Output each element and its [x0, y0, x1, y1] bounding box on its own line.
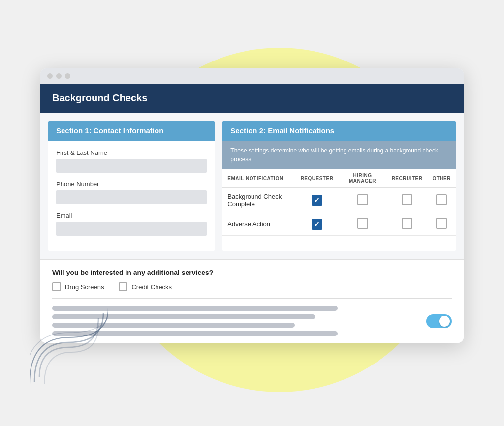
browser-dot-1	[47, 73, 53, 79]
row1-recruiter	[387, 188, 428, 213]
email-notifications-table: EMAIL NOTIFICATION REQUESTER HIRING MANA…	[222, 169, 456, 236]
services-checkboxes: Drug Screens Credit Checks	[52, 282, 452, 291]
app-title: Background Checks	[52, 92, 147, 103]
section-email-notifications: Section 2: Email Notifications These set…	[222, 121, 456, 251]
section-contact-information: Section 1: Contact Information First & L…	[48, 121, 215, 251]
credit-checks-checkbox[interactable]	[119, 282, 127, 291]
col-recruiter: RECRUITER	[387, 169, 428, 188]
drug-screens-checkbox[interactable]	[52, 282, 61, 291]
first-last-name-input[interactable]	[56, 159, 207, 173]
row2-recruiter	[387, 213, 428, 236]
browser-window: Background Checks Section 1: Contact Inf…	[40, 68, 464, 343]
credit-checks-label: Credit Checks	[131, 283, 172, 291]
credit-checks-service: Credit Checks	[119, 282, 172, 291]
checkbox-unchecked-icon[interactable]	[402, 218, 412, 229]
table-row: Background Check Complete	[222, 188, 456, 213]
toggle-container	[426, 314, 452, 328]
drug-screens-service: Drug Screens	[52, 282, 104, 291]
col-hiring-manager: HIRING MANAGER	[338, 169, 386, 188]
checkbox-checked-icon[interactable]	[312, 195, 322, 206]
phone-number-label: Phone Number	[56, 181, 207, 188]
sections-row: Section 1: Contact Information First & L…	[40, 113, 464, 259]
first-last-name-field: First & Last Name	[56, 149, 207, 173]
section1-title: Section 1: Contact Information	[56, 126, 163, 135]
row2-label: Adverse Action	[222, 213, 295, 236]
section2-title: Section 2: Email Notifications	[230, 126, 334, 135]
first-last-name-label: First & Last Name	[56, 149, 207, 156]
drug-screens-label: Drug Screens	[65, 283, 104, 291]
table-row: Adverse Action	[222, 213, 456, 236]
browser-dot-3	[65, 73, 70, 79]
browser-chrome	[40, 68, 464, 84]
app-header: Background Checks	[40, 84, 464, 113]
toggle-switch[interactable]	[426, 314, 452, 328]
col-other: OTHER	[427, 169, 456, 188]
section1-header: Section 1: Contact Information	[48, 121, 215, 141]
page-wrapper: Background Checks Section 1: Contact Inf…	[0, 0, 504, 426]
checkbox-unchecked-icon[interactable]	[436, 194, 447, 205]
email-label: Email	[56, 212, 207, 219]
row1-other	[427, 188, 456, 213]
row1-hiring-manager	[338, 188, 386, 213]
additional-services-section: Will you be interested in any additional…	[40, 259, 464, 298]
checkbox-unchecked-icon[interactable]	[357, 194, 368, 205]
toggle-knob	[439, 316, 450, 327]
table-header-row: EMAIL NOTIFICATION REQUESTER HIRING MANA…	[222, 169, 456, 188]
row2-other	[427, 213, 456, 236]
phone-number-field: Phone Number	[56, 181, 207, 204]
checkbox-unchecked-icon[interactable]	[402, 194, 412, 205]
col-requester: REQUESTER	[296, 169, 339, 188]
additional-services-title: Will you be interested in any additional…	[52, 269, 452, 276]
row2-hiring-manager	[338, 213, 386, 236]
section1-body: First & Last Name Phone Number Email	[48, 141, 215, 251]
col-email-notification: EMAIL NOTIFICATION	[222, 169, 295, 188]
section2-header: Section 2: Email Notifications	[222, 121, 456, 141]
arcs-decoration	[30, 308, 108, 387]
row1-requester	[296, 188, 339, 213]
checkbox-unchecked-icon[interactable]	[357, 218, 368, 229]
email-input[interactable]	[56, 222, 207, 236]
browser-dot-2	[56, 73, 62, 79]
row2-requester	[296, 213, 339, 236]
checkbox-unchecked-icon[interactable]	[436, 218, 447, 229]
notification-description: These settings determine who will be get…	[222, 141, 456, 169]
row1-label: Background Check Complete	[222, 188, 295, 213]
phone-number-input[interactable]	[56, 190, 207, 204]
email-field: Email	[56, 212, 207, 236]
checkbox-checked-icon[interactable]	[312, 219, 322, 230]
